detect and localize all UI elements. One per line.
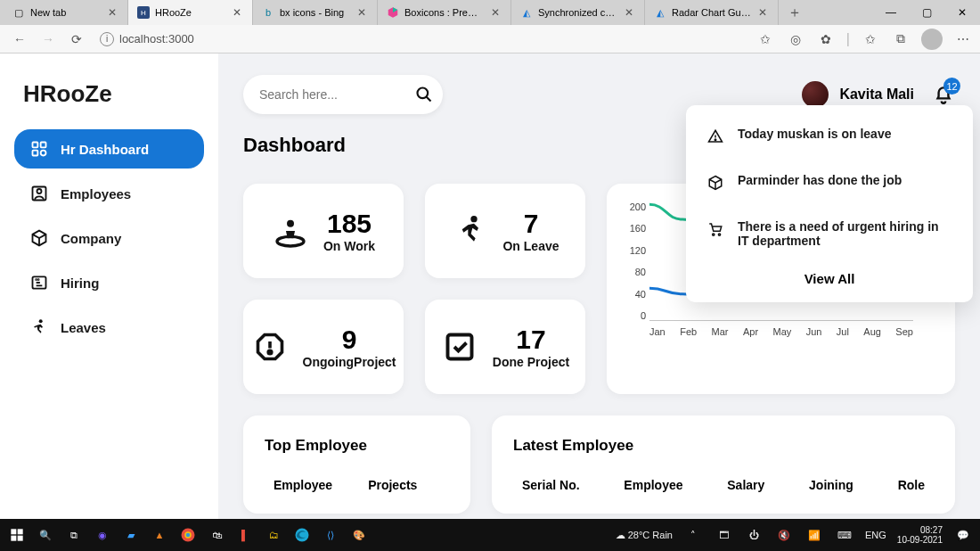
svg-point-9 [39,319,43,323]
bottom-row: Top Employee Employee Projects Latest Em… [243,415,955,514]
stat-label: Done Project [493,355,569,369]
battery-icon[interactable]: 🗔 [714,525,733,545]
notification-bell[interactable]: 12 [932,83,955,106]
edge-icon[interactable] [292,525,312,545]
site-info-icon[interactable]: i [100,32,114,46]
eclipse-icon[interactable]: ◉ [93,525,112,545]
bing-favicon: b [262,6,274,19]
svg-point-17 [471,216,478,222]
nav-dashboard[interactable]: Hr Dashboard [14,129,204,169]
stat-on-work: 185 On Work [243,184,404,278]
start-button[interactable] [7,525,27,545]
tracking-icon[interactable]: ◎ [786,29,805,49]
user-block: Kavita Mali 12 [802,81,955,108]
search-icon[interactable] [415,86,433,103]
user-avatar[interactable] [802,81,829,108]
vscode-icon[interactable]: ⟨⟩ [321,525,340,545]
new-tab-button[interactable]: ＋ [779,4,811,22]
tab-boxicons[interactable]: Boxicons : Premium w ✕ [378,0,511,25]
notification-item[interactable]: Today muskan is on leave [686,112,973,159]
nav-employees[interactable]: Employees [14,174,204,213]
tab-new[interactable]: ▢ New tab ✕ [4,0,128,25]
apex-favicon: ◭ [654,6,666,19]
chart-x-ticks: JanFebMarAprMayJunJulAugSep [649,326,913,337]
tab-bing[interactable]: b bx icons - Bing ✕ [253,0,378,25]
close-icon[interactable]: ✕ [231,6,243,19]
svg-point-15 [287,220,294,227]
paint-icon[interactable]: 🎨 [349,525,369,545]
keyboard-icon[interactable]: ⌨ [835,525,854,545]
notification-item[interactable]: There is a need of urgent hiring in IT d… [686,205,973,262]
url-text: localhost:3000 [119,32,194,45]
svg-rect-2 [33,151,38,156]
collections-icon[interactable]: ⧉ [891,29,911,49]
network-icon[interactable]: ⏻ [744,525,764,545]
top-employee-headers: Employee Projects [265,478,449,492]
minimize-button[interactable]: — [873,0,909,25]
nav-hiring[interactable]: Hiring [14,263,204,302]
nav-company[interactable]: Company [14,218,204,258]
nav-label: Hiring [61,276,99,291]
notifications-view-all[interactable]: View All [686,262,973,288]
vlc-icon[interactable]: ▲ [150,525,169,545]
apex-favicon: ◭ [520,6,533,19]
notification-item[interactable]: Parminder has done the job [686,159,973,205]
back-button[interactable]: ← [7,27,32,52]
code-icon[interactable]: ▰ [121,525,141,545]
dashboard-icon [30,140,48,158]
svg-rect-20 [11,529,16,534]
latest-employee-headers: Serial No. Employee Salary Joining Role [513,478,934,492]
close-icon[interactable]: ✕ [106,6,118,19]
close-window-button[interactable]: ✕ [944,0,980,25]
nav-leaves[interactable]: Leaves [14,308,204,347]
more-icon[interactable]: ⋯ [953,29,973,49]
close-icon[interactable]: ✕ [355,6,368,19]
address-bar[interactable]: i localhost:3000 [93,29,752,50]
weather-widget[interactable]: ☁ 28°C Rain [616,530,673,541]
close-icon[interactable]: ✕ [756,6,769,19]
company-icon [30,229,48,247]
extensions-icon[interactable]: ✿ [816,29,836,49]
search-taskbar-icon[interactable]: 🔍 [36,525,55,545]
close-icon[interactable]: ✕ [489,6,502,19]
wifi-icon[interactable]: 📶 [804,525,824,545]
svg-point-12 [713,234,715,235]
maximize-button[interactable]: ▢ [909,0,944,25]
close-icon[interactable]: ✕ [623,6,635,19]
check-box-icon [441,328,478,366]
profile-avatar[interactable] [921,29,943,50]
svg-point-3 [41,151,46,156]
favorites-icon[interactable]: ✩ [861,29,880,49]
action-center-icon[interactable]: 💬 [953,525,973,545]
leaves-icon [30,318,48,336]
volume-icon[interactable]: 🔇 [774,525,794,545]
svg-point-26 [186,533,191,538]
explorer-icon[interactable]: 🗂 [264,525,283,545]
svg-point-13 [718,234,720,235]
svg-rect-23 [18,536,23,541]
search-input[interactable] [259,87,415,102]
browser-chrome: ▢ New tab ✕ H HRooZe ✕ b bx icons - Bing… [0,0,980,53]
chrome-icon[interactable] [178,525,198,545]
nav-label: Company [61,231,121,246]
run-icon [451,212,488,250]
forward-button[interactable]: → [36,27,61,52]
language-indicator[interactable]: ENG [865,530,886,540]
search-box[interactable] [243,75,443,114]
nav-label: Hr Dashboard [61,142,149,157]
notifications-panel: Today muskan is on leave Parminder has d… [686,105,973,302]
read-aloud-icon[interactable]: ✩ [755,29,775,49]
tab-hrooze[interactable]: H HRooZe ✕ [128,0,253,25]
store-icon[interactable]: 🛍 [207,525,226,545]
taskview-icon[interactable]: ⧉ [64,525,84,545]
svg-rect-22 [11,536,16,541]
tab-apex2[interactable]: ◭ Radar Chart Guide & L ✕ [645,0,779,25]
tab-apex1[interactable]: ◭ Synchronized charts g ✕ [511,0,645,25]
clock[interactable]: 08:27 10-09-2021 [897,525,943,545]
tray-chevron-icon[interactable]: ˄ [683,525,703,545]
svg-point-16 [268,350,272,354]
brand-title: HRooZe [14,80,204,129]
octagon-alert-icon [251,328,289,366]
refresh-button[interactable]: ⟳ [64,27,89,52]
office-icon[interactable]: ▌ [235,525,255,545]
